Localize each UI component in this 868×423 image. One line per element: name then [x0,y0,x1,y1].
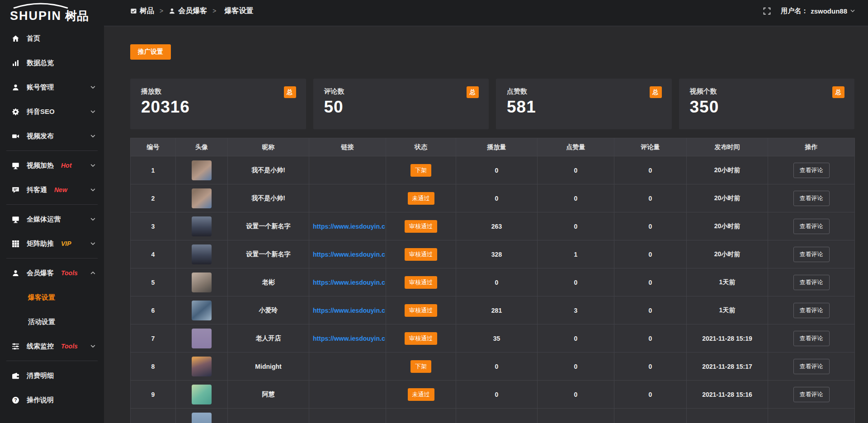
cell-status [386,409,456,423]
promo-settings-button[interactable]: 推广设置 [130,44,171,60]
username-value: zswodun88 [811,7,847,15]
sidebar-subitem-9-0[interactable]: 爆客设置 [0,285,104,310]
stat-label: 点赞数 [507,87,661,96]
table-row: 1我不是小帅!下架00020小时前查看评论 [131,156,855,184]
cell-status: 审核通过 [386,324,456,352]
avatar [192,385,212,404]
sidebar-item-9[interactable]: 会员爆客Tools [0,261,104,285]
cell-status: 未通过 [386,381,456,409]
user-icon [169,8,175,14]
sidebar-item-4[interactable]: 视频发布 [0,124,104,148]
cell-nickname: 阿慧 [228,381,309,409]
sidebar-subitem-9-1[interactable]: 活动设置 [0,310,104,334]
avatar [192,273,212,292]
cell-avatar [176,184,228,212]
user-menu[interactable]: 用户名：zswodun88 [781,7,855,15]
cell-comments: 0 [614,156,687,184]
user-icon [11,84,20,91]
sidebar-item-0[interactable]: 首页 [0,26,104,51]
cell-id: 6 [131,296,176,324]
video-link[interactable]: https://www.iesdouyin.c [309,279,386,286]
cell-comments: 0 [614,296,687,324]
sidebar-item-10[interactable]: 线索监控Tools [0,334,104,358]
stat-value: 581 [507,98,661,117]
cell-time: 2021-11-28 15:19 [687,324,768,352]
cell-likes: 3 [538,296,614,324]
cell-plays: 35 [456,324,538,352]
column-header: 点赞量 [538,138,614,156]
sidebar-item-11[interactable]: 消费明细 [0,363,104,388]
view-comments-button[interactable]: 查看评论 [793,247,830,262]
stat-card-0: 播放数20316总 [130,79,306,129]
column-header: 播放量 [456,138,538,156]
cell-status: 审核通过 [386,296,456,324]
cell-id: 2 [131,184,176,212]
breadcrumb-item-home[interactable]: 树品 [130,6,154,16]
video-link[interactable]: https://www.iesdouyin.c [309,251,386,258]
chevron-down-icon [90,241,96,247]
cell-time: 20小时前 [687,240,768,268]
video-table: 编号头像昵称链接状态播放量点赞量评论量发布时间操作 1我不是小帅!下架00020… [130,138,855,423]
breadcrumb-item-member[interactable]: 会员爆客 [169,6,207,16]
sidebar-item-1[interactable]: 数据总览 [0,51,104,75]
view-comments-button[interactable]: 查看评论 [793,219,830,234]
cell-link [309,184,386,212]
sidebar-subitem-label: 活动设置 [28,318,55,326]
view-comments-button[interactable]: 查看评论 [793,387,830,402]
chart-icon [11,59,20,67]
view-comments-button[interactable]: 查看评论 [793,359,830,374]
avatar [192,301,212,320]
stat-cards: 播放数20316总评论数50总点赞数581总视频个数350总 [130,79,854,129]
sidebar-item-label: 消费明细 [27,371,54,380]
display-icon [11,216,20,223]
cell-status: 审核通过 [386,268,456,296]
view-comments-button[interactable]: 查看评论 [793,163,830,178]
sidebar-item-2[interactable]: 账号管理 [0,75,104,99]
sidebar-item-8[interactable]: 矩阵助推VIP [0,231,104,256]
breadcrumb-separator: > [160,7,163,14]
sidebar-item-12[interactable]: ?操作说明 [0,388,104,412]
cell-id: 7 [131,324,176,352]
table-row-partial [131,409,855,423]
breadcrumb-label: 树品 [140,6,154,16]
cell-link: https://www.iesdouyin.c [309,240,386,268]
cell-time [687,409,768,423]
chevron-down-icon [90,109,96,115]
video-link[interactable]: https://www.iesdouyin.c [309,335,386,342]
cell-avatar [176,324,228,352]
cell-status: 审核通过 [386,212,456,240]
page-title: 爆客设置 [224,6,253,16]
cell-likes: 1 [538,240,614,268]
sidebar-item-label: 全媒体运营 [27,215,61,224]
sidebar-item-label: 数据总览 [27,59,54,67]
view-comments-button[interactable]: 查看评论 [793,275,830,290]
cell-status: 下架 [386,352,456,381]
cell-avatar [176,268,228,296]
chevron-down-icon [90,133,96,139]
cell-id: 9 [131,381,176,409]
sidebar-item-5[interactable]: 视频加热Hot [0,153,104,178]
column-header: 发布时间 [687,138,768,156]
video-link[interactable]: https://www.iesdouyin.c [309,223,386,230]
cell-avatar [176,212,228,240]
fullscreen-icon[interactable] [763,7,771,15]
breadcrumb-item-current: 爆客设置 [224,6,253,16]
sidebar-item-6[interactable]: 抖客通New [0,178,104,202]
status-badge: 审核通过 [405,304,437,317]
sidebar-item-7[interactable]: 全媒体运营 [0,207,104,231]
breadcrumb: 树品 > 会员爆客 > 爆客设置 [130,6,253,16]
chevron-down-icon [90,85,96,90]
column-header: 操作 [768,138,855,156]
cell-id [131,409,176,423]
cell-link: https://www.iesdouyin.c [309,296,386,324]
sidebar-item-3[interactable]: 抖音SEO [0,99,104,124]
column-header: 头像 [176,138,228,156]
video-link[interactable]: https://www.iesdouyin.c [309,307,386,314]
view-comments-button[interactable]: 查看评论 [793,331,830,346]
view-comments-button[interactable]: 查看评论 [793,303,830,318]
main-content: 推广设置 播放数20316总评论数50总点赞数581总视频个数350总 编号头像… [104,26,868,423]
status-badge: 下架 [410,164,431,177]
view-comments-button[interactable]: 查看评论 [793,191,830,206]
avatar [192,216,212,236]
sidebar-divider [6,204,98,205]
